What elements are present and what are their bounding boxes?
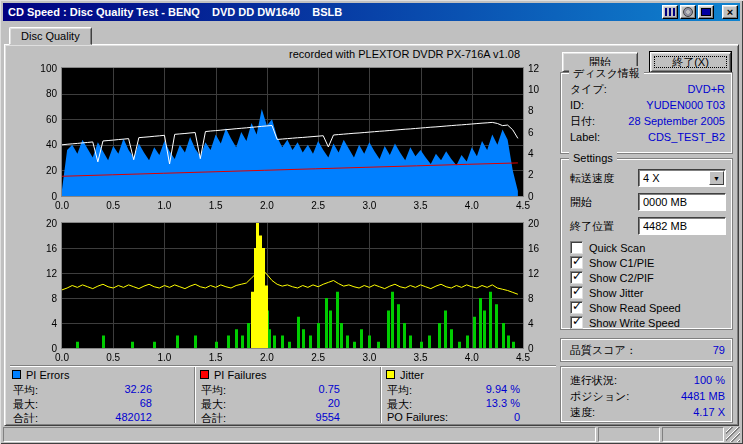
legend-row: 平均:32.26	[12, 383, 152, 397]
disc-label-row: Label:CDS_TEST_B2	[570, 130, 725, 144]
end-position-label: 終了位置	[570, 219, 614, 233]
status-panel-3	[662, 427, 724, 442]
disc-icon	[683, 7, 693, 17]
checkbox-show-jitter[interactable]: Show Jitter	[570, 286, 725, 299]
disc-info-group: ディスク情報 タイプ:DVD+R ID:YUDEN000 T03 日付:28 S…	[560, 72, 733, 154]
checkbox-show-c1-pie[interactable]: Show C1/PIE	[570, 256, 725, 269]
start-position-input[interactable]	[638, 193, 726, 211]
legend-jitter: Jitter 平均:9.94 % 最大:13.3 % PO Failures:0	[386, 368, 520, 425]
legend-row: 最大:68	[12, 397, 152, 411]
app-window: CD Speed : Disc Quality Test - BENQ DVD …	[0, 0, 743, 444]
legend-divider-2	[380, 367, 382, 423]
quality-score-value: 79	[713, 344, 725, 356]
legend-pi-failures: PI Failures 平均:0.75 最大:20 合計:9554	[200, 368, 340, 425]
chart-view-button[interactable]	[662, 5, 678, 19]
legend-row: 合計:482012	[12, 411, 152, 425]
pi-errors-swatch	[12, 370, 21, 379]
checkbox-box[interactable]	[570, 241, 583, 254]
legend-title: PI Failures	[214, 369, 267, 381]
legend-divider-1	[194, 367, 196, 423]
quality-score-label: 品質スコア：	[570, 343, 637, 358]
recorded-with-text: recorded with PLEXTOR DVDR PX-716A v1.08	[12, 48, 520, 60]
settings-group: Settings 転送速度 4 X ▼ 開始 終了位置 Quick Scan S…	[560, 158, 733, 330]
exit-button[interactable]: 終了(X)	[650, 52, 731, 72]
legend-row: 平均:0.75	[200, 383, 340, 397]
end-position-input[interactable]	[638, 217, 726, 235]
start-position-label: 開始	[570, 195, 592, 209]
status-panel-2	[598, 427, 660, 442]
checkbox-box[interactable]	[570, 256, 583, 269]
pi-failures-jitter-chart	[10, 215, 556, 365]
tab-disc-quality[interactable]: Disc Quality	[9, 27, 92, 45]
disc-view-button[interactable]	[680, 5, 696, 19]
bar-chart-icon	[665, 8, 675, 16]
checkbox-box[interactable]	[570, 271, 583, 284]
checkbox-box[interactable]	[570, 286, 583, 299]
close-button[interactable]: ×	[722, 5, 738, 19]
checkbox-box[interactable]	[570, 301, 583, 314]
tab-strip: Disc Quality	[9, 27, 92, 45]
resize-grip-icon[interactable]	[726, 427, 740, 442]
jitter-swatch	[386, 370, 395, 379]
position-row: ポジション:4481 MB	[570, 389, 725, 403]
pi-failures-swatch	[200, 370, 209, 379]
checkbox-show-c2-pif[interactable]: Show C2/PIF	[570, 271, 725, 284]
screen-view-button[interactable]	[698, 5, 714, 19]
checkbox-show-write-speed[interactable]: Show Write Speed	[570, 316, 725, 329]
close-icon: ×	[727, 7, 733, 18]
speed-label: 転送速度	[570, 171, 614, 185]
chevron-down-icon[interactable]: ▼	[709, 171, 724, 185]
checkbox-quick-scan[interactable]: Quick Scan	[570, 241, 725, 254]
legend-row: 合計:9554	[200, 411, 340, 425]
speed-select[interactable]: 4 X ▼	[638, 169, 726, 187]
progress-group: 進行状況:100 % ポジション:4481 MB 速度:4.17 X	[560, 366, 733, 423]
status-bar	[3, 427, 740, 442]
screen-icon	[701, 8, 711, 16]
quality-score-row: 品質スコア： 79	[570, 343, 725, 357]
disc-id-row: ID:YUDEN000 T03	[570, 98, 725, 112]
disc-date-row: 日付:28 September 2005	[570, 114, 725, 128]
legend-separator	[10, 365, 556, 367]
window-title: CD Speed : Disc Quality Test - BENQ DVD …	[8, 6, 660, 18]
titlebar[interactable]: CD Speed : Disc Quality Test - BENQ DVD …	[3, 3, 740, 21]
legend-row: 最大:13.3 %	[386, 397, 520, 411]
status-panel-main	[3, 427, 596, 442]
checkbox-show-read-speed[interactable]: Show Read Speed	[570, 301, 725, 314]
progress-row: 進行状況:100 %	[570, 373, 725, 387]
disc-type-row: タイプ:DVD+R	[570, 82, 725, 96]
checkbox-box[interactable]	[570, 316, 583, 329]
legend-row: PO Failures:0	[386, 411, 520, 425]
legend-row: 最大:20	[200, 397, 340, 411]
disc-info-title: ディスク情報	[569, 66, 644, 81]
legend-pi-errors: PI Errors 平均:32.26 最大:68 合計:482012	[12, 368, 152, 425]
speed-select-value: 4 X	[643, 172, 660, 184]
settings-title: Settings	[569, 152, 617, 164]
legend-title: Jitter	[400, 369, 424, 381]
pi-errors-chart	[10, 60, 556, 213]
quality-score-group: 品質スコア： 79	[560, 338, 733, 362]
legend-title: PI Errors	[26, 369, 69, 381]
legend-row: 平均:9.94 %	[386, 383, 520, 397]
speed-row: 速度:4.17 X	[570, 405, 725, 419]
